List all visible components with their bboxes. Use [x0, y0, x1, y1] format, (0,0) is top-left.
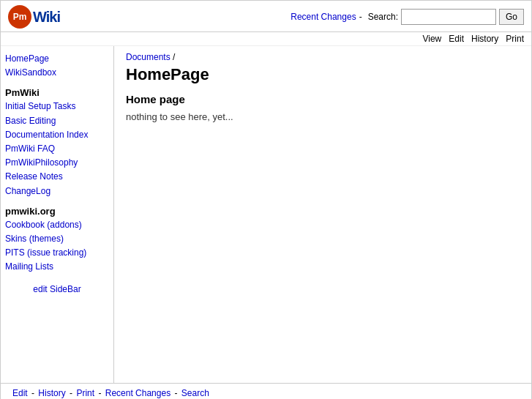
footer-sep4: -	[172, 388, 180, 398]
edit-link[interactable]: Edit	[449, 34, 464, 44]
sidebar-pmwikiorg-links: Cookbook (addons) Skins (themes) PITS (i…	[5, 218, 109, 275]
footer-sep1: -	[29, 388, 37, 398]
header-right: Recent Changes - Search: Go	[291, 9, 524, 25]
footer-links: Edit - History - Print - Recent Changes …	[12, 388, 520, 398]
sidebar-item-mailing-lists[interactable]: Mailing Lists	[5, 260, 109, 274]
sidebar-item-cookbook[interactable]: Cookbook (addons)	[5, 218, 109, 232]
sidebar-item-pmwikiphilosophy[interactable]: PmWikiPhilosophy	[5, 156, 109, 170]
footer-recentchanges-link[interactable]: Recent Changes	[105, 388, 171, 398]
logo: Wiki	[33, 7, 60, 26]
breadcrumb: Documents /	[126, 52, 520, 62]
sidebar-item-skins[interactable]: Skins (themes)	[5, 232, 109, 246]
footer-edit-link[interactable]: Edit	[12, 388, 28, 398]
recent-changes-link[interactable]: Recent Changes	[291, 12, 356, 22]
sidebar-edit: edit SideBar	[5, 283, 109, 297]
print-link[interactable]: Print	[506, 34, 524, 44]
sidebar-item-homepage[interactable]: HomePage	[5, 52, 109, 66]
content-body: nothing to see here, yet...	[126, 111, 520, 122]
sidebar-pmwiki-title: PmWiki	[5, 87, 109, 98]
history-link[interactable]: History	[471, 34, 498, 44]
breadcrumb-separator: /	[171, 52, 176, 62]
logo-icon: Pm	[8, 5, 31, 29]
sidebar-item-documentation-index[interactable]: Documentation Index	[5, 128, 109, 142]
main-layout: HomePage WikiSandbox PmWiki Initial Setu…	[1, 46, 531, 383]
footer-history-link[interactable]: History	[38, 388, 65, 398]
sidebar-pmwikiorg-title: pmwiki.org	[5, 206, 109, 217]
go-button[interactable]: Go	[499, 9, 524, 25]
footer: Edit - History - Print - Recent Changes …	[1, 383, 531, 399]
search-input[interactable]	[401, 9, 496, 25]
sidebar: HomePage WikiSandbox PmWiki Initial Setu…	[1, 46, 114, 383]
sidebar-item-release-notes[interactable]: Release Notes	[5, 170, 109, 184]
footer-print-link[interactable]: Print	[76, 388, 94, 398]
footer-sep2: -	[67, 388, 75, 398]
search-label: Search:	[368, 12, 398, 22]
content-section-title: Home page	[126, 93, 520, 105]
sidebar-top-links: HomePage WikiSandbox	[5, 52, 109, 80]
sidebar-item-basic-editing[interactable]: Basic Editing	[5, 114, 109, 128]
content-area: Documents / HomePage Home page nothing t…	[114, 46, 531, 383]
action-bar: View Edit History Print	[1, 32, 531, 46]
edit-sidebar-link[interactable]: edit SideBar	[5, 283, 109, 297]
sidebar-item-pmwiki-faq[interactable]: PmWiki FAQ	[5, 142, 109, 156]
sidebar-pmwiki-links: Initial Setup Tasks Basic Editing Docume…	[5, 100, 109, 198]
sidebar-item-initial-setup[interactable]: Initial Setup Tasks	[5, 100, 109, 113]
header: Pm Wiki Recent Changes - Search: Go	[1, 1, 531, 32]
breadcrumb-parent-link[interactable]: Documents	[126, 52, 171, 62]
page-title: HomePage	[126, 65, 520, 84]
logo-area: Pm Wiki	[8, 5, 60, 29]
footer-sep3: -	[96, 388, 104, 398]
sidebar-item-wikisandbox[interactable]: WikiSandbox	[5, 66, 109, 80]
sidebar-item-changelog[interactable]: ChangeLog	[5, 184, 109, 198]
header-separator: -	[359, 12, 362, 22]
sidebar-item-pits[interactable]: PITS (issue tracking)	[5, 246, 109, 260]
view-link[interactable]: View	[422, 34, 441, 44]
footer-search-link[interactable]: Search	[181, 388, 209, 398]
